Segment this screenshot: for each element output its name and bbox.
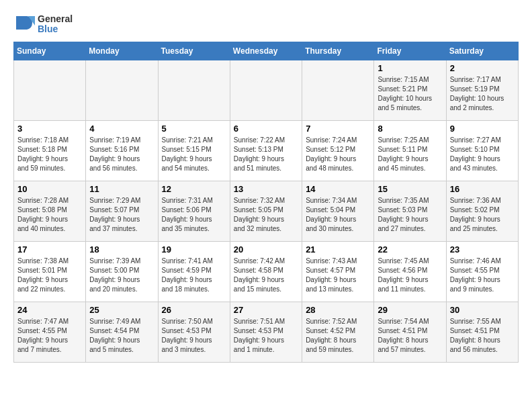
calendar-cell: 21Sunrise: 7:43 AM Sunset: 4:57 PM Dayli… — [302, 242, 374, 302]
calendar-cell — [302, 60, 374, 121]
day-number: 5 — [162, 124, 226, 134]
day-number: 15 — [378, 184, 442, 194]
day-info: Sunrise: 7:31 AM Sunset: 5:06 PM Dayligh… — [162, 196, 226, 234]
calendar-cell — [86, 60, 158, 121]
logo-icon — [13, 13, 35, 35]
day-number: 16 — [450, 184, 515, 194]
day-info: Sunrise: 7:45 AM Sunset: 4:56 PM Dayligh… — [378, 257, 442, 294]
day-info: Sunrise: 7:24 AM Sunset: 5:12 PM Dayligh… — [306, 136, 370, 173]
calendar-cell: 2Sunrise: 7:17 AM Sunset: 5:19 PM Daylig… — [446, 60, 518, 121]
day-info: Sunrise: 7:18 AM Sunset: 5:18 PM Dayligh… — [17, 136, 82, 173]
day-info: Sunrise: 7:55 AM Sunset: 4:51 PM Dayligh… — [450, 317, 515, 355]
col-header-tuesday: Tuesday — [158, 42, 230, 60]
logo-text-general: General — [38, 14, 73, 24]
day-number: 10 — [17, 184, 82, 194]
calendar-cell: 18Sunrise: 7:39 AM Sunset: 5:00 PM Dayli… — [86, 242, 158, 302]
day-number: 27 — [234, 305, 298, 315]
day-info: Sunrise: 7:25 AM Sunset: 5:11 PM Dayligh… — [378, 136, 442, 173]
day-number: 8 — [378, 124, 442, 134]
day-info: Sunrise: 7:41 AM Sunset: 4:59 PM Dayligh… — [162, 257, 226, 294]
day-number: 14 — [306, 184, 370, 194]
day-number: 13 — [234, 184, 298, 194]
day-number: 3 — [17, 124, 82, 134]
col-header-thursday: Thursday — [302, 42, 374, 60]
col-header-friday: Friday — [374, 42, 446, 60]
calendar-cell: 5Sunrise: 7:21 AM Sunset: 5:15 PM Daylig… — [158, 121, 230, 181]
day-info: Sunrise: 7:47 AM Sunset: 4:55 PM Dayligh… — [17, 317, 82, 355]
day-number: 22 — [378, 244, 442, 255]
calendar-cell: 3Sunrise: 7:18 AM Sunset: 5:18 PM Daylig… — [14, 121, 86, 181]
page-header: General Blue — [13, 13, 519, 35]
day-info: Sunrise: 7:27 AM Sunset: 5:10 PM Dayligh… — [450, 136, 515, 173]
calendar-cell: 16Sunrise: 7:36 AM Sunset: 5:02 PM Dayli… — [446, 181, 518, 242]
calendar-cell: 26Sunrise: 7:50 AM Sunset: 4:53 PM Dayli… — [158, 302, 230, 363]
day-number: 20 — [234, 244, 298, 255]
calendar-cell: 25Sunrise: 7:49 AM Sunset: 4:54 PM Dayli… — [86, 302, 158, 363]
day-info: Sunrise: 7:28 AM Sunset: 5:08 PM Dayligh… — [17, 196, 82, 234]
day-number: 11 — [89, 184, 154, 194]
calendar-cell: 30Sunrise: 7:55 AM Sunset: 4:51 PM Dayli… — [446, 302, 518, 363]
calendar-cell — [158, 60, 230, 121]
logo-text-blue: Blue — [38, 24, 73, 34]
day-number: 9 — [450, 124, 515, 134]
day-number: 23 — [450, 244, 515, 255]
day-info: Sunrise: 7:51 AM Sunset: 4:53 PM Dayligh… — [234, 317, 298, 355]
day-number: 21 — [306, 244, 370, 255]
day-info: Sunrise: 7:52 AM Sunset: 4:52 PM Dayligh… — [306, 317, 370, 355]
day-number: 6 — [234, 124, 298, 134]
logo-wordmark: General Blue — [13, 13, 73, 35]
day-info: Sunrise: 7:49 AM Sunset: 4:54 PM Dayligh… — [89, 317, 154, 355]
day-number: 12 — [162, 184, 226, 194]
col-header-monday: Monday — [86, 42, 158, 60]
day-number: 19 — [162, 244, 226, 255]
calendar-cell: 27Sunrise: 7:51 AM Sunset: 4:53 PM Dayli… — [230, 302, 302, 363]
day-info: Sunrise: 7:54 AM Sunset: 4:51 PM Dayligh… — [378, 317, 442, 355]
col-header-saturday: Saturday — [446, 42, 518, 60]
day-info: Sunrise: 7:42 AM Sunset: 4:58 PM Dayligh… — [234, 257, 298, 294]
day-number: 29 — [378, 305, 442, 315]
calendar-cell — [230, 60, 302, 121]
day-info: Sunrise: 7:21 AM Sunset: 5:15 PM Dayligh… — [162, 136, 226, 173]
col-header-wednesday: Wednesday — [230, 42, 302, 60]
day-info: Sunrise: 7:50 AM Sunset: 4:53 PM Dayligh… — [162, 317, 226, 355]
day-number: 18 — [89, 244, 154, 255]
calendar-cell: 28Sunrise: 7:52 AM Sunset: 4:52 PM Dayli… — [302, 302, 374, 363]
calendar-cell: 17Sunrise: 7:38 AM Sunset: 5:01 PM Dayli… — [14, 242, 86, 302]
day-number: 7 — [306, 124, 370, 134]
day-info: Sunrise: 7:38 AM Sunset: 5:01 PM Dayligh… — [17, 257, 82, 294]
calendar-cell: 7Sunrise: 7:24 AM Sunset: 5:12 PM Daylig… — [302, 121, 374, 181]
day-number: 1 — [378, 63, 442, 73]
day-number: 30 — [450, 305, 515, 315]
day-info: Sunrise: 7:35 AM Sunset: 5:03 PM Dayligh… — [378, 196, 442, 234]
day-info: Sunrise: 7:36 AM Sunset: 5:02 PM Dayligh… — [450, 196, 515, 234]
calendar-cell: 13Sunrise: 7:32 AM Sunset: 5:05 PM Dayli… — [230, 181, 302, 242]
calendar-table: SundayMondayTuesdayWednesdayThursdayFrid… — [13, 42, 519, 363]
calendar-cell: 10Sunrise: 7:28 AM Sunset: 5:08 PM Dayli… — [14, 181, 86, 242]
calendar-cell: 11Sunrise: 7:29 AM Sunset: 5:07 PM Dayli… — [86, 181, 158, 242]
calendar-cell: 15Sunrise: 7:35 AM Sunset: 5:03 PM Dayli… — [374, 181, 446, 242]
calendar-cell: 4Sunrise: 7:19 AM Sunset: 5:16 PM Daylig… — [86, 121, 158, 181]
calendar-cell: 22Sunrise: 7:45 AM Sunset: 4:56 PM Dayli… — [374, 242, 446, 302]
calendar-cell: 6Sunrise: 7:22 AM Sunset: 5:13 PM Daylig… — [230, 121, 302, 181]
day-info: Sunrise: 7:39 AM Sunset: 5:00 PM Dayligh… — [89, 257, 154, 294]
logo: General Blue — [13, 13, 73, 35]
day-info: Sunrise: 7:17 AM Sunset: 5:19 PM Dayligh… — [450, 75, 515, 113]
day-number: 2 — [450, 63, 515, 73]
day-number: 28 — [306, 305, 370, 315]
day-number: 25 — [89, 305, 154, 315]
day-number: 26 — [162, 305, 226, 315]
calendar-cell: 23Sunrise: 7:46 AM Sunset: 4:55 PM Dayli… — [446, 242, 518, 302]
day-number: 24 — [17, 305, 82, 315]
day-info: Sunrise: 7:19 AM Sunset: 5:16 PM Dayligh… — [89, 136, 154, 173]
calendar-cell: 12Sunrise: 7:31 AM Sunset: 5:06 PM Dayli… — [158, 181, 230, 242]
day-info: Sunrise: 7:15 AM Sunset: 5:21 PM Dayligh… — [378, 75, 442, 113]
calendar-cell: 1Sunrise: 7:15 AM Sunset: 5:21 PM Daylig… — [374, 60, 446, 121]
calendar-header: SundayMondayTuesdayWednesdayThursdayFrid… — [14, 42, 519, 60]
calendar-cell: 29Sunrise: 7:54 AM Sunset: 4:51 PM Dayli… — [374, 302, 446, 363]
calendar-cell: 20Sunrise: 7:42 AM Sunset: 4:58 PM Dayli… — [230, 242, 302, 302]
calendar-cell: 24Sunrise: 7:47 AM Sunset: 4:55 PM Dayli… — [14, 302, 86, 363]
day-number: 17 — [17, 244, 82, 255]
day-info: Sunrise: 7:34 AM Sunset: 5:04 PM Dayligh… — [306, 196, 370, 234]
calendar-cell — [14, 60, 86, 121]
day-info: Sunrise: 7:22 AM Sunset: 5:13 PM Dayligh… — [234, 136, 298, 173]
